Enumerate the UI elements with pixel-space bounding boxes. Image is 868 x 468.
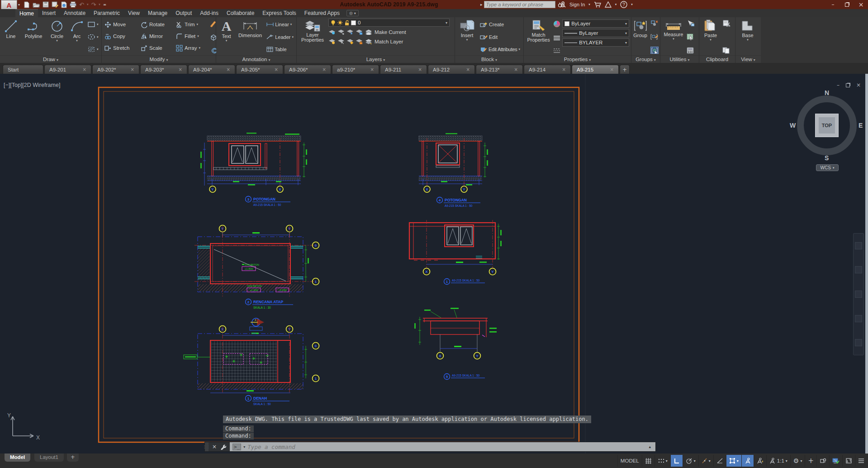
- new-layout-button[interactable]: +: [67, 454, 79, 462]
- doc-close-icon[interactable]: ×: [856, 82, 861, 88]
- layer-thaw-all-button[interactable]: [346, 38, 354, 44]
- copy-clip-button[interactable]: [722, 47, 730, 54]
- viewcube-west[interactable]: W: [790, 122, 796, 129]
- redo-icon[interactable]: ↷: [91, 1, 96, 8]
- undo-icon[interactable]: ↶: [79, 1, 84, 8]
- file-tab[interactable]: A9-206*×: [284, 65, 331, 74]
- ribbon-display-toggle[interactable]: ◎▾: [346, 10, 359, 16]
- recent-commands-caret-icon[interactable]: ▾: [243, 445, 245, 449]
- search-input[interactable]: [484, 1, 555, 8]
- arc-caret-icon[interactable]: ▾: [76, 39, 78, 42]
- file-tab[interactable]: A9-213*×: [476, 65, 523, 74]
- object-color-dropdown[interactable]: ByLayer▾: [562, 19, 629, 28]
- lineweight-dropdown[interactable]: ByLayer▾: [562, 29, 629, 37]
- color-wheel-icon[interactable]: [553, 20, 560, 28]
- object-snap-tracking-button[interactable]: [713, 455, 726, 467]
- make-current-icon[interactable]: [365, 29, 373, 35]
- infocenter-collapse-icon[interactable]: ▸: [480, 2, 483, 7]
- ungroup-button[interactable]: [650, 20, 659, 26]
- orbit-icon[interactable]: [855, 315, 862, 322]
- command-input[interactable]: [247, 444, 646, 450]
- layer-unisolate-button[interactable]: [337, 38, 345, 44]
- linetype-icon[interactable]: [553, 48, 560, 53]
- redo-caret-icon[interactable]: ▾: [99, 3, 100, 6]
- full-navigation-wheel-icon[interactable]: [855, 242, 862, 249]
- wcs-menu[interactable]: WCS▾: [816, 164, 839, 171]
- rectangle-button[interactable]: ▾: [87, 19, 100, 29]
- move-button[interactable]: Move: [104, 20, 140, 29]
- layer-on-bulb-icon[interactable]: [331, 20, 336, 25]
- close-tab-icon[interactable]: ×: [514, 67, 518, 72]
- zoom-extents-icon[interactable]: [855, 291, 862, 298]
- lineweight-icon[interactable]: [553, 35, 560, 41]
- qat-customize-icon[interactable]: ≖: [103, 2, 107, 7]
- hardware-acceleration-button[interactable]: [829, 455, 842, 467]
- dimension-button[interactable]: Dimension: [237, 19, 264, 55]
- customization-menu-button[interactable]: [855, 455, 867, 467]
- hatch-button[interactable]: ▾: [87, 44, 100, 54]
- layout1-tab[interactable]: Layout1: [34, 454, 64, 462]
- group-button[interactable]: Group: [632, 19, 649, 55]
- scale-button[interactable]: Scale: [140, 44, 175, 53]
- close-tab-icon[interactable]: ×: [179, 67, 182, 72]
- application-menu-caret-icon[interactable]: ▾: [18, 3, 20, 7]
- panel-title-clipboard[interactable]: Clipboard: [699, 55, 735, 63]
- tab-manage[interactable]: Manage: [144, 9, 171, 17]
- close-tab-icon[interactable]: ×: [562, 67, 566, 72]
- edit-block-button[interactable]: Edit: [479, 32, 522, 42]
- command-customize-wrench-icon[interactable]: [220, 444, 226, 450]
- circle-caret-icon[interactable]: ▾: [56, 39, 58, 42]
- circle-button[interactable]: Circle ▾: [47, 19, 67, 55]
- make-current-button[interactable]: Make Current: [375, 29, 406, 35]
- stretch-button[interactable]: Stretch: [104, 44, 140, 53]
- match-layer-button[interactable]: Match Layer: [375, 39, 403, 44]
- ortho-mode-button[interactable]: [670, 455, 683, 467]
- polar-tracking-button[interactable]: ▾: [683, 455, 698, 467]
- table-button[interactable]: Table: [266, 44, 294, 54]
- doc-minimize-icon[interactable]: –: [837, 82, 840, 88]
- ellipse-button[interactable]: ▾: [87, 32, 100, 42]
- viewcube-south[interactable]: S: [825, 154, 829, 162]
- open-file-icon[interactable]: [33, 1, 40, 8]
- autodesk-a360-icon[interactable]: [605, 1, 612, 8]
- open-from-web-icon[interactable]: [61, 1, 67, 8]
- isolate-objects-button[interactable]: [816, 455, 829, 467]
- line-button[interactable]: Line: [2, 19, 20, 55]
- file-tab-active[interactable]: A9-215×: [572, 65, 619, 74]
- object-snap-button[interactable]: ▾: [726, 455, 741, 467]
- restore-button[interactable]: [840, 0, 854, 9]
- tab-featured-apps[interactable]: Featured Apps: [300, 9, 344, 17]
- panel-title-properties[interactable]: Properties▾: [524, 55, 631, 63]
- layer-thaw-sun-icon[interactable]: [337, 20, 343, 25]
- close-tab-icon[interactable]: ×: [466, 67, 470, 72]
- tab-view[interactable]: View: [124, 9, 144, 17]
- arc-button[interactable]: Arc ▾: [69, 19, 85, 55]
- command-history-up-icon[interactable]: ▴: [649, 444, 653, 449]
- tab-annotate[interactable]: Annotate: [60, 9, 90, 17]
- isodraft-button[interactable]: ▾: [698, 455, 713, 467]
- close-tab-icon[interactable]: ×: [227, 67, 230, 72]
- annotation-autoscale-button[interactable]: [754, 455, 766, 467]
- crosshair-button[interactable]: +: [805, 455, 816, 467]
- group-edit-button[interactable]: [650, 33, 659, 40]
- showmotion-icon[interactable]: [855, 339, 862, 346]
- drawing-canvas[interactable]: Y X 3 POTONGAN A9-215 SKALA 1 : 50: [0, 74, 868, 454]
- layer-off-button[interactable]: [328, 29, 336, 35]
- close-tab-icon[interactable]: ×: [323, 67, 326, 72]
- id-point-button[interactable]: [687, 20, 695, 27]
- layer-unlock-icon[interactable]: [345, 20, 349, 25]
- copy-button[interactable]: Copy: [104, 32, 140, 41]
- viewcube-north[interactable]: N: [825, 89, 829, 96]
- undo-caret-icon[interactable]: ▾: [87, 3, 89, 6]
- layer-isolate-button[interactable]: [337, 29, 345, 35]
- file-tab[interactable]: A9-212×: [428, 65, 475, 74]
- measure-button[interactable]: Measure ▾: [662, 19, 685, 55]
- signin-caret-icon[interactable]: ▾: [588, 3, 590, 6]
- panel-title-draw[interactable]: Draw▾: [0, 55, 101, 63]
- panel-title-layers[interactable]: Layers▾: [297, 55, 455, 63]
- command-line-bar[interactable]: ⋮⋮ × >_ ▾ ▴: [204, 442, 656, 452]
- annotation-visibility-button[interactable]: [741, 455, 754, 467]
- rotate-button[interactable]: Rotate: [140, 20, 175, 29]
- user-icon[interactable]: [560, 1, 566, 8]
- model-paper-toggle[interactable]: MODEL: [617, 455, 642, 467]
